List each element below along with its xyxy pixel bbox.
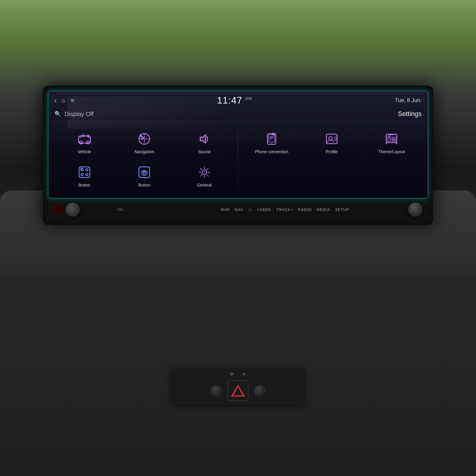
- settings-item-vehicle[interactable]: Vehicle: [56, 127, 113, 157]
- nav-button[interactable]: NAV: [235, 207, 243, 212]
- settings-item-profile[interactable]: Profile: [303, 127, 361, 157]
- hazard-triangle-inner: [233, 387, 243, 395]
- right-knob[interactable]: [408, 202, 422, 217]
- seek-back-button[interactable]: <SEEK: [257, 207, 271, 212]
- date-display: Tue, 8 Jun.: [395, 97, 422, 104]
- settings-item-theme[interactable]: Theme/Layout: [363, 127, 421, 157]
- settings-item-general[interactable]: General: [176, 160, 233, 191]
- button1-label: Button: [79, 182, 90, 188]
- svg-point-12: [81, 173, 83, 176]
- hazard-triangle: [231, 385, 245, 397]
- svg-point-13: [86, 173, 88, 176]
- settings-grid-left: Vehicle Navigation: [56, 127, 233, 191]
- svg-rect-32: [392, 140, 396, 141]
- infotainment-screen: ‹ ⌂ ≡ 11:47 AM Tue, 8 Jun. 🔍 Display Off…: [48, 90, 428, 199]
- svg-point-18: [203, 171, 205, 173]
- navigation-icon: [137, 131, 152, 147]
- track-fwd-button[interactable]: TRACK>: [276, 207, 293, 212]
- grid-divider: [238, 127, 238, 191]
- phone-label: Phone connection: [255, 149, 288, 154]
- dial-row: [211, 380, 265, 401]
- search-icon[interactable]: 🔍: [54, 111, 61, 117]
- profile-icon: [324, 131, 339, 147]
- svg-rect-31: [392, 138, 396, 140]
- media-button[interactable]: MEDIA: [317, 207, 330, 212]
- setup-button[interactable]: SETUP: [335, 207, 349, 212]
- physical-buttons: MAP NAV ☆ <SEEK TRACK> RADIO MEDIA SETUP: [162, 207, 408, 212]
- theme-label: Theme/Layout: [378, 149, 405, 154]
- time-display: 11:47 AM: [217, 95, 252, 106]
- button2-icon: [137, 165, 152, 180]
- button2-label: Button: [138, 182, 150, 188]
- settings-item-navigation[interactable]: Navigation: [116, 127, 173, 157]
- profile-label: Profile: [326, 149, 338, 154]
- console-icon-right: ⟳: [242, 372, 246, 377]
- svg-rect-0: [79, 136, 90, 143]
- sound-label: Sound: [198, 149, 210, 154]
- svg-rect-14: [80, 168, 82, 170]
- infotainment-unit: ‹ ⌂ ≡ 11:47 AM Tue, 8 Jun. 🔍 Display Off…: [43, 86, 433, 225]
- left-knob[interactable]: [65, 202, 80, 217]
- svg-point-1: [79, 141, 82, 144]
- svg-rect-20: [269, 135, 275, 142]
- display-off-label: Display Off: [65, 111, 93, 118]
- home-button[interactable]: ⌂: [62, 97, 65, 104]
- svg-point-21: [271, 143, 272, 144]
- map-button[interactable]: MAP: [221, 207, 230, 212]
- nav-icons: ‹ ⌂ ≡: [54, 97, 74, 104]
- svg-point-2: [87, 141, 90, 144]
- svg-rect-30: [387, 138, 391, 141]
- center-console: ⟳ ⟳: [171, 368, 305, 405]
- vehicle-icon: [77, 131, 92, 147]
- svg-point-33: [388, 135, 390, 137]
- left-dial[interactable]: [211, 385, 222, 396]
- general-icon: [197, 165, 212, 180]
- svg-point-24: [329, 137, 332, 140]
- main-content: Vehicle Navigation: [48, 121, 428, 198]
- radio-button[interactable]: RADIO: [298, 207, 312, 212]
- menu-button[interactable]: ≡: [71, 97, 74, 104]
- theme-icon: [384, 131, 399, 147]
- physical-buttons-row: JBL MAP NAV ☆ <SEEK TRACK> RADIO MEDIA S…: [48, 199, 428, 219]
- jbl-label: JBL: [80, 208, 162, 211]
- right-dial[interactable]: [254, 385, 265, 396]
- settings-item-button2[interactable]: Button: [116, 160, 173, 191]
- favorite-button[interactable]: ☆: [248, 207, 253, 212]
- time-block: 11:47 AM: [217, 95, 252, 106]
- settings-item-button1[interactable]: Button: [56, 160, 113, 191]
- settings-grid-right: Phone connection Profile: [243, 127, 421, 191]
- vehicle-label: Vehicle: [78, 149, 91, 154]
- hazard-button[interactable]: [228, 380, 248, 401]
- settings-item-sound[interactable]: Sound: [176, 127, 233, 157]
- phone-icon: [264, 131, 279, 147]
- power-button[interactable]: [54, 205, 63, 214]
- back-button[interactable]: ‹: [54, 97, 57, 104]
- top-bar: ‹ ⌂ ≡ 11:47 AM Tue, 8 Jun.: [48, 91, 428, 108]
- time-value: 11:47: [217, 95, 242, 106]
- search-bar: 🔍 Display Off Settings: [48, 108, 428, 121]
- console-top-icons: ⟳ ⟳: [230, 372, 246, 377]
- settings-title: Settings: [398, 110, 422, 118]
- console-icon-left: ⟳: [230, 372, 234, 377]
- general-label: General: [197, 182, 212, 188]
- settings-item-phone[interactable]: Phone connection: [243, 127, 301, 157]
- button1-icon: [77, 165, 92, 180]
- ampm-value: AM: [245, 96, 252, 101]
- svg-point-11: [86, 169, 88, 171]
- navigation-label: Navigation: [134, 149, 154, 154]
- sound-icon: [197, 131, 212, 147]
